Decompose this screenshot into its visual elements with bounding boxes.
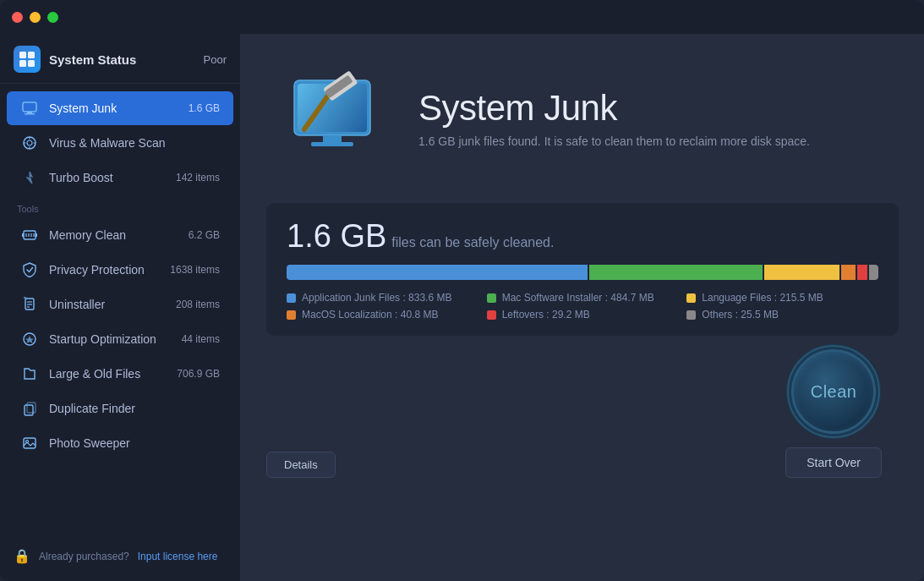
photo-sweeper-icon [20, 434, 39, 452]
startup-optimization-icon [20, 330, 39, 348]
legend-localization: MacOS Localization : 40.8 MB [287, 309, 478, 321]
hero-description: 1.6 GB junk files found. It is safe to c… [418, 134, 810, 148]
memory-clean-icon [20, 226, 39, 244]
sidebar-item-large-old-files[interactable]: Large & Old Files 706.9 GB [7, 357, 233, 391]
legend-language: Language Files : 215.5 MB [686, 292, 878, 304]
clean-btn-area: Clean Start Over [785, 349, 882, 478]
details-button[interactable]: Details [266, 452, 336, 478]
svg-rect-0 [19, 52, 26, 58]
svg-rect-33 [323, 135, 342, 142]
legend-label-leftovers: Leftovers : 29.2 MB [502, 309, 590, 321]
start-over-button[interactable]: Start Over [785, 447, 882, 478]
uninstaller-badge: 208 items [176, 299, 220, 310]
segment-others [869, 265, 878, 280]
segment-leftovers [857, 265, 867, 280]
clean-button-label: Clean [811, 382, 857, 402]
sidebar-item-duplicate-finder[interactable]: Duplicate Finder [7, 392, 233, 425]
segment-localization [841, 265, 856, 280]
maximize-button[interactable] [47, 12, 58, 23]
legend-label-others: Others : 25.5 MB [702, 309, 779, 321]
main-content: System Junk 1.6 GB junk files found. It … [241, 34, 924, 581]
system-junk-badge: 1.6 GB [189, 102, 220, 114]
turbo-boost-label: Turbo Boost [49, 171, 166, 184]
hero-title: System Junk [418, 89, 810, 128]
status-badge: Poor [204, 53, 227, 66]
legend-dot-leftovers [487, 310, 496, 320]
footer-prefix: Already purchased? [39, 551, 129, 562]
close-button[interactable] [12, 12, 23, 23]
traffic-lights [12, 12, 58, 23]
tools-section-label: Tools [0, 195, 240, 217]
privacy-protection-badge: 1638 items [170, 264, 220, 276]
sidebar-item-startup-optimization[interactable]: Startup Optimization 44 items [7, 322, 233, 356]
clean-button[interactable]: Clean [791, 349, 876, 434]
stats-label: files can be safely cleaned. [391, 235, 554, 250]
legend-mac-software: Mac Software Installer : 484.7 MB [487, 292, 679, 304]
svg-rect-15 [36, 233, 37, 237]
sidebar-header: System Status Poor [0, 34, 240, 84]
tools-section: Memory Clean 6.2 GB Privacy Protection 1… [0, 217, 240, 461]
legend: Application Junk Files : 833.6 MB Mac So… [287, 292, 878, 321]
duplicate-finder-label: Duplicate Finder [49, 402, 220, 415]
sidebar-item-virus-malware[interactable]: Virus & Malware Scan [7, 126, 233, 160]
photo-sweeper-label: Photo Sweeper [49, 436, 220, 450]
lock-icon: 🔒 [14, 548, 30, 564]
segment-language [764, 265, 839, 280]
license-link[interactable]: Input license here [138, 551, 218, 562]
hero-icon [275, 59, 393, 178]
legend-leftovers: Leftovers : 29.2 MB [487, 309, 679, 321]
hero-text: System Junk 1.6 GB junk files found. It … [418, 89, 810, 148]
legend-label-language: Language Files : 215.5 MB [702, 292, 823, 304]
system-junk-label: System Junk [49, 101, 178, 115]
content-area: 1.6 GB files can be safely cleaned. [241, 203, 924, 581]
sidebar-item-turbo-boost[interactable]: Turbo Boost 142 items [7, 161, 233, 195]
sidebar-item-privacy-protection[interactable]: Privacy Protection 1638 items [7, 253, 233, 287]
legend-label-app-junk: Application Junk Files : 833.6 MB [302, 292, 451, 304]
system-junk-icon [20, 99, 39, 118]
sidebar-title: System Status [49, 52, 136, 67]
progress-bar [287, 265, 878, 280]
stats-size: 1.6 GB [287, 218, 386, 255]
sidebar: System Status Poor System Junk 1.6 GB [0, 34, 241, 581]
sidebar-item-photo-sweeper[interactable]: Photo Sweeper [7, 426, 233, 460]
legend-label-localization: MacOS Localization : 40.8 MB [302, 309, 438, 321]
minimize-button[interactable] [30, 12, 41, 23]
startup-optimization-label: Startup Optimization [49, 332, 172, 346]
left-actions: Details [266, 452, 336, 478]
legend-dot-app-junk [287, 293, 296, 303]
privacy-protection-icon [20, 260, 39, 279]
legend-label-mac-software: Mac Software Installer : 484.7 MB [502, 292, 654, 304]
sidebar-item-uninstaller[interactable]: Uninstaller 208 items [7, 288, 233, 321]
svg-rect-14 [22, 233, 24, 237]
action-row: Details Clean Start Over [266, 349, 899, 478]
privacy-protection-label: Privacy Protection [49, 263, 160, 277]
legend-dot-language [686, 293, 696, 303]
large-old-files-label: Large & Old Files [49, 367, 167, 381]
svg-point-8 [27, 140, 32, 145]
legend-dot-mac-software [487, 293, 496, 303]
large-old-files-icon [20, 364, 39, 383]
svg-rect-1 [28, 52, 35, 58]
legend-dot-localization [287, 310, 296, 320]
sidebar-item-memory-clean[interactable]: Memory Clean 6.2 GB [7, 218, 233, 252]
virus-malware-label: Virus & Malware Scan [49, 136, 220, 150]
svg-rect-27 [27, 403, 36, 413]
stats-bar: 1.6 GB files can be safely cleaned. [266, 203, 899, 336]
memory-clean-badge: 6.2 GB [189, 229, 220, 241]
large-old-files-badge: 706.9 GB [177, 368, 220, 380]
startup-optimization-badge: 44 items [182, 333, 220, 345]
legend-others: Others : 25.5 MB [686, 309, 878, 321]
stats-top: 1.6 GB files can be safely cleaned. [287, 218, 878, 255]
segment-mac-software [589, 265, 763, 280]
uninstaller-label: Uninstaller [49, 298, 166, 311]
svg-rect-6 [25, 113, 35, 115]
virus-malware-icon [20, 134, 39, 152]
uninstaller-icon [20, 295, 39, 314]
turbo-boost-icon [20, 168, 39, 187]
turbo-boost-badge: 142 items [176, 172, 220, 184]
titlebar [0, 0, 924, 34]
segment-app-junk [287, 265, 588, 280]
svg-rect-5 [27, 112, 32, 113]
svg-rect-3 [28, 60, 35, 67]
sidebar-item-system-junk[interactable]: System Junk 1.6 GB [7, 91, 233, 125]
